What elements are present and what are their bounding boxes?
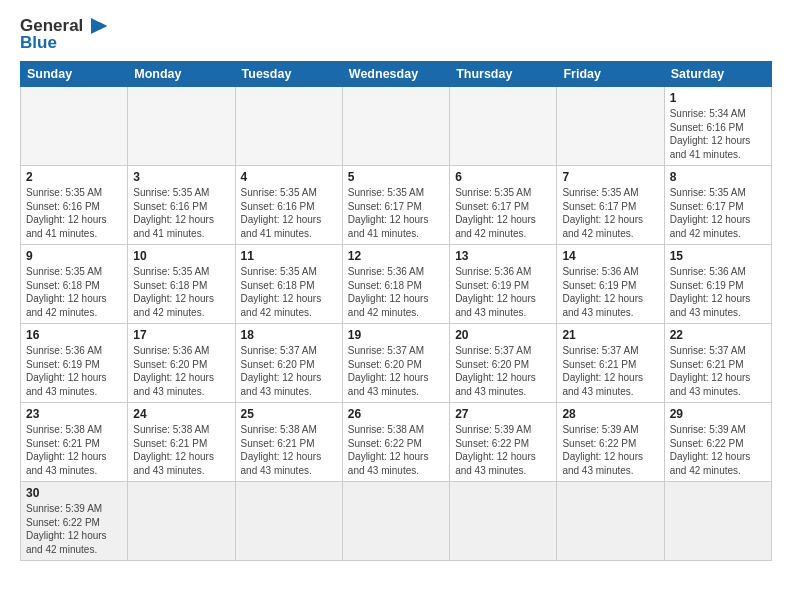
calendar-cell: 16Sunrise: 5:36 AM Sunset: 6:19 PM Dayli… <box>21 324 128 403</box>
calendar-cell: 19Sunrise: 5:37 AM Sunset: 6:20 PM Dayli… <box>342 324 449 403</box>
day-info: Sunrise: 5:39 AM Sunset: 6:22 PM Dayligh… <box>455 423 551 477</box>
calendar-cell: 22Sunrise: 5:37 AM Sunset: 6:21 PM Dayli… <box>664 324 771 403</box>
logo-triangle-icon <box>85 17 107 35</box>
calendar-cell: 21Sunrise: 5:37 AM Sunset: 6:21 PM Dayli… <box>557 324 664 403</box>
day-number: 24 <box>133 407 229 421</box>
day-number: 11 <box>241 249 337 263</box>
day-number: 2 <box>26 170 122 184</box>
day-number: 3 <box>133 170 229 184</box>
day-number: 16 <box>26 328 122 342</box>
day-info: Sunrise: 5:36 AM Sunset: 6:19 PM Dayligh… <box>670 265 766 319</box>
calendar-cell: 20Sunrise: 5:37 AM Sunset: 6:20 PM Dayli… <box>450 324 557 403</box>
calendar-cell: 4Sunrise: 5:35 AM Sunset: 6:16 PM Daylig… <box>235 166 342 245</box>
day-number: 4 <box>241 170 337 184</box>
day-info: Sunrise: 5:35 AM Sunset: 6:16 PM Dayligh… <box>26 186 122 240</box>
day-info: Sunrise: 5:35 AM Sunset: 6:18 PM Dayligh… <box>133 265 229 319</box>
day-number: 14 <box>562 249 658 263</box>
calendar-cell: 6Sunrise: 5:35 AM Sunset: 6:17 PM Daylig… <box>450 166 557 245</box>
day-info: Sunrise: 5:37 AM Sunset: 6:21 PM Dayligh… <box>670 344 766 398</box>
calendar-cell: 25Sunrise: 5:38 AM Sunset: 6:21 PM Dayli… <box>235 403 342 482</box>
day-info: Sunrise: 5:36 AM Sunset: 6:19 PM Dayligh… <box>455 265 551 319</box>
calendar-cell <box>450 482 557 561</box>
day-info: Sunrise: 5:36 AM Sunset: 6:19 PM Dayligh… <box>26 344 122 398</box>
day-info: Sunrise: 5:34 AM Sunset: 6:16 PM Dayligh… <box>670 107 766 161</box>
calendar-cell: 1Sunrise: 5:34 AM Sunset: 6:16 PM Daylig… <box>664 87 771 166</box>
day-info: Sunrise: 5:38 AM Sunset: 6:21 PM Dayligh… <box>133 423 229 477</box>
calendar-cell <box>21 87 128 166</box>
day-number: 10 <box>133 249 229 263</box>
day-info: Sunrise: 5:39 AM Sunset: 6:22 PM Dayligh… <box>670 423 766 477</box>
day-number: 20 <box>455 328 551 342</box>
calendar-week-row: 23Sunrise: 5:38 AM Sunset: 6:21 PM Dayli… <box>21 403 772 482</box>
day-number: 1 <box>670 91 766 105</box>
day-number: 12 <box>348 249 444 263</box>
calendar-cell: 15Sunrise: 5:36 AM Sunset: 6:19 PM Dayli… <box>664 245 771 324</box>
day-number: 19 <box>348 328 444 342</box>
calendar-cell: 7Sunrise: 5:35 AM Sunset: 6:17 PM Daylig… <box>557 166 664 245</box>
calendar-cell: 18Sunrise: 5:37 AM Sunset: 6:20 PM Dayli… <box>235 324 342 403</box>
col-header-wednesday: Wednesday <box>342 62 449 87</box>
col-header-monday: Monday <box>128 62 235 87</box>
col-header-tuesday: Tuesday <box>235 62 342 87</box>
day-number: 29 <box>670 407 766 421</box>
day-info: Sunrise: 5:39 AM Sunset: 6:22 PM Dayligh… <box>562 423 658 477</box>
day-info: Sunrise: 5:35 AM Sunset: 6:17 PM Dayligh… <box>348 186 444 240</box>
calendar-cell: 28Sunrise: 5:39 AM Sunset: 6:22 PM Dayli… <box>557 403 664 482</box>
day-info: Sunrise: 5:36 AM Sunset: 6:19 PM Dayligh… <box>562 265 658 319</box>
calendar-cell: 29Sunrise: 5:39 AM Sunset: 6:22 PM Dayli… <box>664 403 771 482</box>
logo-blue-text: Blue <box>20 33 57 53</box>
calendar-cell <box>128 87 235 166</box>
calendar-header-row: SundayMondayTuesdayWednesdayThursdayFrid… <box>21 62 772 87</box>
calendar-cell <box>557 87 664 166</box>
calendar-cell <box>235 87 342 166</box>
calendar-cell: 11Sunrise: 5:35 AM Sunset: 6:18 PM Dayli… <box>235 245 342 324</box>
day-info: Sunrise: 5:38 AM Sunset: 6:22 PM Dayligh… <box>348 423 444 477</box>
day-info: Sunrise: 5:35 AM Sunset: 6:16 PM Dayligh… <box>241 186 337 240</box>
day-number: 23 <box>26 407 122 421</box>
calendar-cell: 2Sunrise: 5:35 AM Sunset: 6:16 PM Daylig… <box>21 166 128 245</box>
day-info: Sunrise: 5:39 AM Sunset: 6:22 PM Dayligh… <box>26 502 122 556</box>
calendar-cell <box>128 482 235 561</box>
calendar-cell <box>664 482 771 561</box>
calendar-cell: 27Sunrise: 5:39 AM Sunset: 6:22 PM Dayli… <box>450 403 557 482</box>
day-info: Sunrise: 5:38 AM Sunset: 6:21 PM Dayligh… <box>26 423 122 477</box>
day-info: Sunrise: 5:37 AM Sunset: 6:20 PM Dayligh… <box>241 344 337 398</box>
day-info: Sunrise: 5:35 AM Sunset: 6:16 PM Dayligh… <box>133 186 229 240</box>
day-number: 26 <box>348 407 444 421</box>
calendar-cell: 30Sunrise: 5:39 AM Sunset: 6:22 PM Dayli… <box>21 482 128 561</box>
calendar-week-row: 30Sunrise: 5:39 AM Sunset: 6:22 PM Dayli… <box>21 482 772 561</box>
calendar-cell <box>342 482 449 561</box>
col-header-thursday: Thursday <box>450 62 557 87</box>
day-info: Sunrise: 5:36 AM Sunset: 6:20 PM Dayligh… <box>133 344 229 398</box>
calendar-week-row: 9Sunrise: 5:35 AM Sunset: 6:18 PM Daylig… <box>21 245 772 324</box>
calendar-cell: 13Sunrise: 5:36 AM Sunset: 6:19 PM Dayli… <box>450 245 557 324</box>
calendar-cell <box>557 482 664 561</box>
calendar-cell <box>450 87 557 166</box>
day-number: 13 <box>455 249 551 263</box>
calendar-week-row: 1Sunrise: 5:34 AM Sunset: 6:16 PM Daylig… <box>21 87 772 166</box>
calendar-cell: 17Sunrise: 5:36 AM Sunset: 6:20 PM Dayli… <box>128 324 235 403</box>
day-number: 22 <box>670 328 766 342</box>
day-info: Sunrise: 5:35 AM Sunset: 6:17 PM Dayligh… <box>670 186 766 240</box>
day-number: 25 <box>241 407 337 421</box>
calendar-cell: 10Sunrise: 5:35 AM Sunset: 6:18 PM Dayli… <box>128 245 235 324</box>
calendar-cell <box>235 482 342 561</box>
day-number: 30 <box>26 486 122 500</box>
day-info: Sunrise: 5:37 AM Sunset: 6:20 PM Dayligh… <box>455 344 551 398</box>
day-number: 18 <box>241 328 337 342</box>
calendar-cell: 8Sunrise: 5:35 AM Sunset: 6:17 PM Daylig… <box>664 166 771 245</box>
day-info: Sunrise: 5:37 AM Sunset: 6:21 PM Dayligh… <box>562 344 658 398</box>
day-number: 8 <box>670 170 766 184</box>
day-number: 27 <box>455 407 551 421</box>
logo: General Blue <box>20 16 107 53</box>
col-header-sunday: Sunday <box>21 62 128 87</box>
day-number: 5 <box>348 170 444 184</box>
calendar-cell: 9Sunrise: 5:35 AM Sunset: 6:18 PM Daylig… <box>21 245 128 324</box>
calendar-cell <box>342 87 449 166</box>
calendar-cell: 5Sunrise: 5:35 AM Sunset: 6:17 PM Daylig… <box>342 166 449 245</box>
day-number: 9 <box>26 249 122 263</box>
col-header-friday: Friday <box>557 62 664 87</box>
calendar-cell: 23Sunrise: 5:38 AM Sunset: 6:21 PM Dayli… <box>21 403 128 482</box>
calendar-table: SundayMondayTuesdayWednesdayThursdayFrid… <box>20 61 772 561</box>
calendar-cell: 14Sunrise: 5:36 AM Sunset: 6:19 PM Dayli… <box>557 245 664 324</box>
